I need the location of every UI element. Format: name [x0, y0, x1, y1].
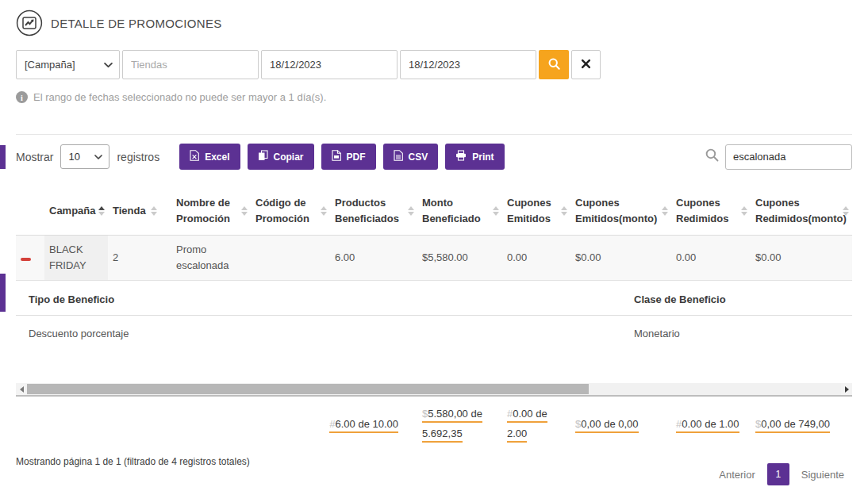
table-search-input[interactable] [725, 144, 852, 170]
benefit-type-value: Descuento porcentaje [29, 328, 634, 339]
close-icon [581, 59, 591, 71]
pdf-file-icon [332, 150, 341, 163]
pdf-button[interactable]: PDF [321, 144, 376, 170]
csv-file-icon [394, 150, 403, 163]
trending-up-icon [16, 10, 43, 36]
scrollbar-thumb[interactable] [27, 384, 589, 394]
sort-asc-icon [98, 206, 105, 216]
show-entries-label: Mostrar [16, 151, 53, 163]
date-from-input[interactable] [261, 50, 398, 79]
search-icon [547, 57, 561, 73]
totals-row: #6.00 de 10.00 $5.580,00 de 5.692,35 #0.… [16, 397, 852, 448]
total-productos-beneficiados: #6.00 de 10.00 [251, 397, 417, 448]
campaign-select[interactable]: [Campaña] [16, 50, 120, 79]
horizontal-scrollbar[interactable] [16, 383, 852, 397]
cell-monto-beneficiado: $5,580.00 [417, 236, 502, 281]
sort-icon [241, 206, 248, 216]
copy-button[interactable]: Copiar [248, 144, 314, 170]
column-header-campana[interactable]: Campaña [44, 187, 108, 236]
expand-column-header [16, 187, 44, 236]
sort-icon [493, 206, 499, 216]
info-text: El rango de fechas seleccionado no puede… [33, 91, 326, 103]
benefit-class-value: Monetario [634, 328, 852, 339]
column-header-cupones-redimidos[interactable]: Cupones Redimidos [671, 187, 751, 236]
export-buttons: Excel Copiar PDF [179, 144, 504, 170]
info-icon [16, 91, 28, 103]
total-cupones-emitidos-monto: $0,00 de 0,00 [570, 397, 671, 448]
column-header-tienda[interactable]: Tienda [108, 187, 171, 236]
cell-cupones-emitidos: 0.00 [502, 236, 570, 281]
column-header-cupones-emitidos-monto[interactable]: Cupones Emitidos(monto) [570, 187, 671, 236]
detail-labels-row: Tipo de Beneficio Clase de Beneficio [16, 281, 852, 316]
column-header-nombre-promocion[interactable]: Nombre de Promoción [171, 187, 251, 236]
table-footer: Mostrando página 1 de 1 (filtrado de 4 r… [16, 453, 852, 485]
campaign-select-wrap: [Campaña] [16, 50, 120, 79]
sort-icon [321, 206, 327, 216]
printer-icon [455, 150, 467, 163]
clear-filters-button[interactable] [571, 50, 601, 79]
date-range-note: El rango de fechas seleccionado no puede… [16, 91, 852, 103]
datatable-container: Mostrar 10 registros Excel [16, 134, 852, 485]
page-header: DETALLE DE PROMOCIONES [0, 0, 868, 36]
pagination-summary: Mostrando página 1 de 1 (filtrado de 4 r… [16, 453, 250, 467]
records-label: registros [117, 151, 159, 163]
totals-table: #6.00 de 10.00 $5.580,00 de 5.692,35 #0.… [16, 397, 852, 448]
copy-icon [258, 150, 268, 163]
sort-icon [151, 206, 157, 216]
benefit-type-label: Tipo de Beneficio [29, 293, 634, 305]
total-cupones-redimidos-monto: $0,00 de 749,00 [751, 397, 852, 448]
promotions-table: Campaña Tienda Nombre de Promoción Códig… [16, 187, 852, 379]
table-toolbar: Mostrar 10 registros Excel [16, 135, 852, 178]
search-icon [705, 148, 720, 166]
pagination: Anterior 1 Siguiente [719, 463, 852, 485]
sort-icon [662, 206, 668, 216]
column-header-cupones-redimidos-monto[interactable]: Cupones Redimidos(monto) [751, 187, 852, 236]
print-button[interactable]: Print [445, 144, 504, 170]
column-header-cupones-emitidos[interactable]: Cupones Emitidos [502, 187, 570, 236]
filter-bar: [Campaña] [16, 50, 852, 79]
next-page-button[interactable]: Siguiente [801, 469, 844, 481]
row-detail: Tipo de Beneficio Clase de Beneficio Des… [16, 281, 852, 380]
total-monto-beneficiado: $5.580,00 de 5.692,35 [417, 397, 502, 448]
scrollbar-track[interactable] [27, 383, 841, 395]
table-row: BLACK FRIDAY 2 Promo escalonada 6.00 $5,… [16, 236, 852, 281]
csv-button[interactable]: CSV [383, 144, 439, 170]
cell-codigo-promocion [251, 236, 330, 281]
page-title: DETALLE DE PROMOCIONES [51, 17, 222, 30]
benefit-class-label: Clase de Beneficio [634, 293, 852, 305]
scroll-right-arrow-icon[interactable] [841, 383, 852, 395]
total-cupones-redimidos: #0.00 de 1.00 [671, 397, 751, 448]
stores-input[interactable] [122, 50, 259, 79]
left-accent-bar-toolbar [0, 145, 6, 169]
cell-campana: BLACK FRIDAY [44, 236, 108, 281]
left-accent-bar-detail [0, 274, 6, 312]
cell-cupones-emitidos-monto: $0.00 [570, 236, 671, 281]
cell-nombre-promocion: Promo escalonada [171, 236, 251, 281]
excel-file-icon [190, 150, 199, 163]
sort-icon [843, 206, 849, 216]
sort-icon [408, 206, 414, 216]
column-header-monto-beneficiado[interactable]: Monto Beneficiado [417, 187, 502, 236]
collapse-row-minus-icon[interactable] [21, 258, 31, 261]
column-header-codigo-promocion[interactable]: Código de Promoción [251, 187, 330, 236]
scroll-left-arrow-icon[interactable] [16, 383, 27, 395]
table-header-row: Campaña Tienda Nombre de Promoción Códig… [16, 187, 852, 236]
current-page-button[interactable]: 1 [767, 463, 789, 485]
excel-button[interactable]: Excel [179, 144, 240, 170]
cell-productos-beneficiados: 6.00 [330, 236, 417, 281]
previous-page-button[interactable]: Anterior [719, 469, 755, 481]
sort-icon [561, 206, 567, 216]
column-header-productos-beneficiados[interactable]: Productos Beneficiados [330, 187, 417, 236]
cell-tienda: 2 [108, 236, 171, 281]
cell-cupones-redimidos: 0.00 [671, 236, 751, 281]
date-to-input[interactable] [400, 50, 536, 79]
page-size-wrap: 10 [60, 144, 109, 169]
page-size-select[interactable]: 10 [60, 144, 109, 169]
sort-icon [741, 206, 747, 216]
promotions-detail-page: DETALLE DE PROMOCIONES [Campaña] El [0, 0, 868, 487]
cell-cupones-redimidos-monto: $0.00 [751, 236, 852, 281]
total-cupones-emitidos: #0.00 de 2.00 [502, 397, 570, 448]
detail-values-row: Descuento porcentaje Monetario [16, 316, 852, 339]
filter-search-button[interactable] [539, 50, 569, 79]
